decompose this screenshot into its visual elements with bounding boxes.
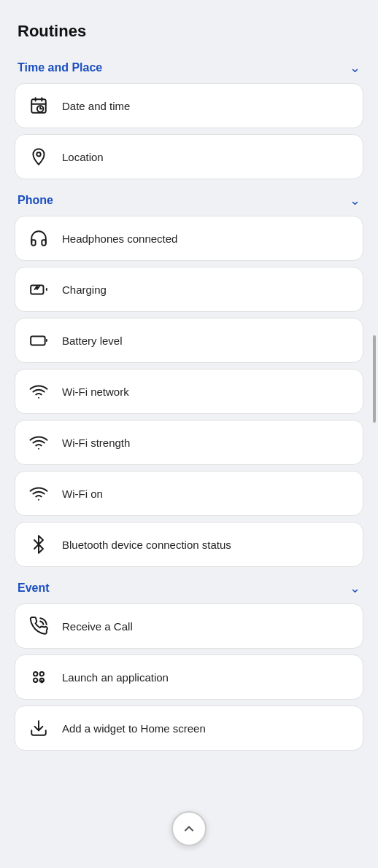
list-item-location[interactable]: Location	[15, 134, 363, 179]
chevron-down-icon-phone: ⌄	[350, 194, 360, 207]
location-pin-icon	[28, 146, 49, 167]
section-header-time-and-place[interactable]: Time and Place⌄	[0, 54, 378, 83]
list-item-launch-app[interactable]: Launch an application	[15, 654, 363, 700]
wifi-icon	[28, 432, 49, 453]
svg-point-15	[34, 679, 37, 682]
item-label-location: Location	[62, 151, 104, 163]
section-title-phone: Phone	[18, 194, 53, 207]
item-label-headphones-connected: Headphones connected	[62, 232, 177, 245]
phone-ring-icon	[28, 616, 49, 636]
battery-charging-icon	[28, 279, 49, 300]
svg-rect-8	[31, 337, 45, 345]
routines-page: Routines Time and Place⌄ Date and time L…	[0, 0, 378, 787]
chevron-down-icon-time-and-place: ⌄	[350, 61, 360, 74]
list-item-wifi-on[interactable]: Wi-Fi on	[15, 471, 363, 516]
section-time-and-place: Time and Place⌄ Date and time Location	[0, 54, 378, 179]
section-header-event[interactable]: Event⌄	[0, 574, 378, 603]
apps-icon	[28, 667, 49, 687]
list-item-wifi-strength[interactable]: Wi-Fi strength	[15, 420, 363, 465]
list-item-add-home[interactable]: Add a widget to Home screen	[15, 705, 363, 751]
item-label-add-home: Add a widget to Home screen	[62, 722, 206, 735]
section-phone: Phone⌄ Headphones connected Charging Bat…	[0, 187, 378, 567]
page-title: Routines	[0, 15, 378, 54]
wifi-icon	[28, 483, 49, 504]
wifi-icon	[28, 381, 49, 402]
chevron-down-icon-event: ⌄	[350, 582, 360, 595]
battery-icon	[28, 330, 49, 351]
item-label-bluetooth-status: Bluetooth device connection status	[62, 539, 231, 551]
list-item-headphones-connected[interactable]: Headphones connected	[15, 216, 363, 261]
item-label-wifi-network: Wi-Fi network	[62, 386, 129, 398]
sections-container: Time and Place⌄ Date and time LocationPh…	[0, 54, 378, 751]
list-item-wifi-network[interactable]: Wi-Fi network	[15, 369, 363, 414]
item-label-battery-level: Battery level	[62, 335, 123, 347]
item-label-charging: Charging	[62, 284, 107, 296]
headphones-icon	[28, 228, 49, 249]
bluetooth-icon	[28, 534, 49, 555]
item-label-wifi-on: Wi-Fi on	[62, 488, 103, 500]
section-header-phone[interactable]: Phone⌄	[0, 187, 378, 216]
items-list-time-and-place: Date and time Location	[0, 83, 378, 179]
svg-point-5	[36, 152, 40, 156]
items-list-phone: Headphones connected Charging Battery le…	[0, 216, 378, 567]
svg-point-14	[40, 672, 44, 676]
items-list-event: Receive a Call Launch an application Add…	[0, 603, 378, 751]
item-label-wifi-strength: Wi-Fi strength	[62, 437, 130, 449]
scroll-indicator	[373, 335, 376, 423]
list-item-date-time[interactable]: Date and time	[15, 83, 363, 128]
download-icon	[28, 718, 49, 738]
list-item-receive-call[interactable]: Receive a Call	[15, 603, 363, 649]
scroll-up-button[interactable]	[171, 811, 207, 846]
section-title-time-and-place: Time and Place	[18, 61, 102, 74]
list-item-bluetooth-status[interactable]: Bluetooth device connection status	[15, 522, 363, 567]
list-item-battery-level[interactable]: Battery level	[15, 318, 363, 363]
item-label-launch-app: Launch an application	[62, 671, 169, 684]
calendar-clock-icon	[28, 95, 49, 116]
section-event: Event⌄ Receive a Call Launch an applicat…	[0, 574, 378, 751]
item-label-date-time: Date and time	[62, 100, 130, 112]
section-title-event: Event	[18, 582, 50, 595]
list-item-charging[interactable]: Charging	[15, 267, 363, 312]
item-label-receive-call: Receive a Call	[62, 620, 133, 633]
svg-point-13	[34, 672, 37, 676]
